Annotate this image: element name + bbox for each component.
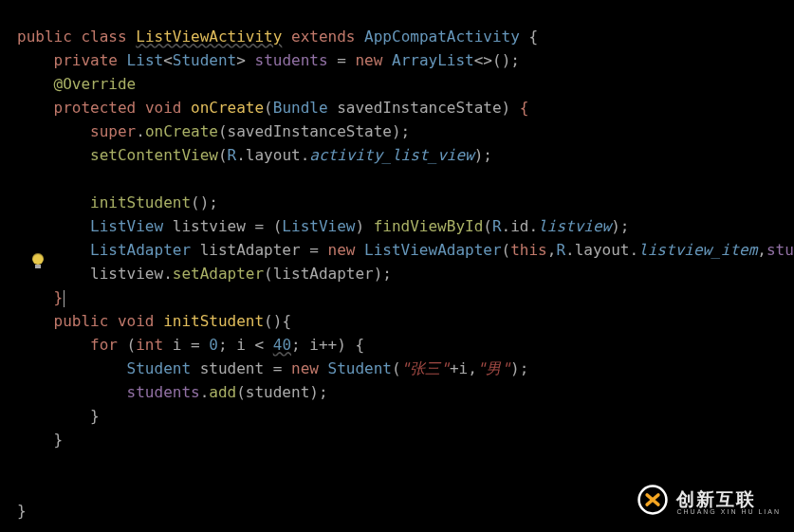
code-line: private List<Student> students = new Arr…: [17, 51, 520, 69]
code-line: students.add(student);: [17, 383, 328, 401]
code-line: }: [17, 407, 100, 425]
code-line: public class ListViewActivity extends Ap…: [17, 28, 538, 46]
code-line: ListAdapter listAdapter = new ListViewAd…: [17, 241, 794, 259]
code-line: [17, 454, 27, 472]
watermark: 创新互联 CHUANG XIN HU LIAN: [637, 484, 781, 523]
watermark-text-en: CHUANG XIN HU LIAN: [676, 508, 781, 516]
code-editor[interactable]: public class ListViewActivity extends Ap…: [0, 15, 794, 523]
code-line: protected void onCreate(Bundle savedInst…: [17, 99, 529, 117]
code-line: listview.setAdapter(listAdapter);: [17, 265, 392, 283]
code-line: Student student = new Student("张三"+i,"男"…: [17, 359, 528, 377]
code-line: [17, 170, 27, 188]
code-line: for (int i = 0; i < 40; i++) {: [17, 336, 364, 354]
code-line: @Override: [17, 75, 136, 93]
code-line: ListView listview = (ListView) findViewB…: [17, 217, 629, 235]
code-line: [17, 478, 27, 496]
lightbulb-icon[interactable]: [32, 253, 44, 265]
code-line: public void initStudent(){: [17, 312, 291, 330]
code-line: }: [17, 288, 65, 306]
watermark-text-zh: 创新互联: [676, 490, 781, 508]
code-line: super.onCreate(savedInstanceState);: [17, 122, 410, 140]
watermark-logo-icon: [637, 484, 669, 523]
code-line: setContentView(R.layout.activity_list_vi…: [17, 146, 492, 164]
code-line: }: [17, 431, 63, 449]
code-line: }: [17, 502, 27, 520]
code-line: initStudent();: [17, 193, 218, 211]
